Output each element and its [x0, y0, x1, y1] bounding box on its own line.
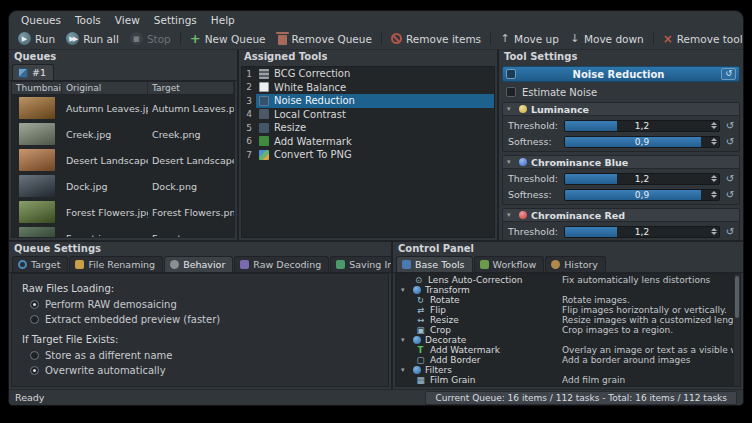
arrow-up-icon: ↑ [500, 32, 510, 45]
collapse-arrow-icon[interactable]: ▾ [507, 211, 515, 219]
softness-slider[interactable]: 0,9 [564, 189, 720, 201]
queue-row[interactable]: Desert Landscape.jpg Desert Landscape.pn… [12, 147, 234, 173]
spin-arrows[interactable] [710, 121, 718, 131]
base-tools-tree: ⊙ Lens Auto-Correction Fix automatically… [395, 273, 741, 387]
radio-button[interactable] [30, 300, 39, 309]
tool-row-add-watermark[interactable]: T Add Watermark Overlay an image or text… [396, 345, 733, 355]
tab-target[interactable]: Target [12, 256, 68, 272]
tool-row-rotate[interactable]: ↻ Rotate Rotate images. [396, 295, 733, 305]
estimate-noise-checkbox[interactable] [506, 87, 516, 97]
queue-row[interactable]: Autumn Leaves.jpg Autumn Leaves.png [12, 95, 234, 121]
tool-row-resize[interactable]: ↔ Resize Resize images with a customized… [396, 315, 733, 325]
tab-file-renaming[interactable]: File Renaming [69, 256, 163, 272]
menu-settings[interactable]: Settings [148, 13, 203, 27]
radio-button[interactable] [30, 366, 39, 375]
tab-saving-images[interactable]: Saving Images [330, 256, 391, 272]
menu-tools[interactable]: Tools [69, 13, 107, 27]
tab-behavior[interactable]: Behavior [164, 256, 233, 272]
menu-view[interactable]: View [109, 13, 146, 27]
queue-row[interactable]: Forest Flowers.jpg Forest Flowers.png [12, 199, 234, 225]
tab-workflow[interactable]: Workflow [474, 256, 545, 272]
option-label: Overwrite automatically [45, 365, 166, 376]
move-up-button[interactable]: ↑ Move up [495, 30, 564, 47]
menu-queues[interactable]: Queues [15, 13, 67, 27]
queue-row[interactable]: Forest.jpg Forest.png [12, 225, 234, 238]
radio-button[interactable] [30, 351, 39, 360]
section-chrominance-red-header[interactable]: ▾ Chrominance Red [503, 209, 739, 222]
assigned-tool-noise-reduction[interactable]: 3 Noise Reduction [242, 94, 494, 108]
tool-desc: Resize images with a customized length. [562, 315, 733, 325]
collapse-arrow-icon[interactable]: ▾ [507, 158, 515, 166]
assigned-tool-resize[interactable]: 5 Resize [242, 121, 494, 135]
collapse-arrow-icon[interactable]: ▾ [507, 105, 515, 113]
queue-row[interactable]: Creek.jpg Creek.png [12, 121, 234, 147]
spin-arrows[interactable] [710, 227, 718, 237]
tab-history[interactable]: History [545, 256, 606, 272]
reset-icon[interactable]: ↺ [724, 173, 736, 185]
resize-icon [259, 123, 269, 133]
tool-group-filters[interactable]: ▾ Filters [396, 365, 733, 375]
tool-group-decorate[interactable]: ▾ Decorate [396, 335, 733, 345]
decorate-group-icon [413, 336, 421, 344]
scrollbar-handle[interactable] [735, 276, 739, 318]
assigned-tool-bcg-correction[interactable]: 1 BCG Correction [242, 67, 494, 81]
target-filename: Creek.png [148, 129, 234, 140]
tool-row-flip[interactable]: ⇄ Flip Flip images horizontally or verti… [396, 305, 733, 315]
column-thumbnail[interactable]: Thumbnail [12, 82, 62, 94]
reset-icon[interactable]: ↺ [724, 226, 736, 238]
queue-tab-1[interactable]: #1 [12, 64, 54, 80]
run-button[interactable]: ▶ Run [13, 30, 60, 47]
spin-arrows[interactable] [710, 137, 718, 147]
vertical-scrollbar[interactable] [733, 274, 740, 386]
menu-help[interactable]: Help [205, 13, 241, 27]
tool-row-lens-auto-correction[interactable]: ⊙ Lens Auto-Correction Fix automatically… [396, 275, 733, 285]
section-chrominance-blue-header[interactable]: ▾ Chrominance Blue [503, 156, 739, 169]
reset-icon[interactable]: ↺ [724, 136, 736, 148]
queue-row[interactable]: Dock.jpg Dock.png [12, 173, 234, 199]
tab-base-tools[interactable]: Base Tools [396, 256, 473, 272]
option-store-different-name[interactable]: Store as a different name [22, 348, 378, 363]
tool-row-crop[interactable]: ▣ Crop Crop images to a region. [396, 325, 733, 335]
collapse-arrow-icon[interactable]: ▾ [401, 366, 409, 374]
spin-arrows[interactable] [710, 190, 718, 200]
run-all-button[interactable]: ▶▶ Run all [61, 30, 124, 47]
estimate-noise-option[interactable]: Estimate Noise [502, 85, 740, 99]
tool-reset-button[interactable]: ↺ [721, 68, 736, 80]
tool-row-film-grain[interactable]: ▦ Film Grain Add film grain [396, 375, 733, 385]
option-perform-raw-demosaicing[interactable]: Perform RAW demosaicing [22, 297, 378, 312]
radio-button[interactable] [30, 315, 39, 324]
option-overwrite-automatically[interactable]: Overwrite automatically [22, 363, 378, 378]
tool-row-add-border[interactable]: ▢ Add Border Add a border around images [396, 355, 733, 365]
new-queue-button[interactable]: + New Queue [185, 29, 271, 48]
threshold-slider[interactable]: 1,2 [564, 226, 720, 238]
assigned-tool-white-balance[interactable]: 2 White Balance [242, 81, 494, 95]
flip-icon: ⇄ [415, 305, 426, 315]
remove-queue-button[interactable]: Remove Queue [272, 31, 377, 47]
spin-arrows[interactable] [710, 174, 718, 184]
column-target[interactable]: Target [148, 82, 234, 94]
stop-button[interactable]: ■ Stop [125, 30, 176, 47]
tab-label: Base Tools [415, 259, 465, 270]
softness-row: Softness: 0,9 ↺ [503, 188, 739, 201]
softness-slider[interactable]: 0,9 [564, 136, 720, 148]
column-original[interactable]: Original [62, 82, 148, 94]
option-all-processor-cores[interactable]: Work on all processor cores [22, 386, 378, 387]
assigned-tool-add-watermark[interactable]: 6 Add Watermark [242, 135, 494, 149]
threshold-slider[interactable]: 1,2 [564, 173, 720, 185]
assigned-tool-convert-to-png[interactable]: 7 Convert To PNG [242, 148, 494, 162]
remove-items-button[interactable]: Remove items [386, 31, 486, 47]
move-down-button[interactable]: ↓ Move down [565, 30, 649, 47]
collapse-arrow-icon[interactable]: ▾ [401, 286, 409, 294]
tool-group-transform[interactable]: ▾ Transform [396, 285, 733, 295]
option-extract-embedded-preview[interactable]: Extract embedded preview (faster) [22, 312, 378, 327]
assigned-tool-local-contrast[interactable]: 4 Local Contrast [242, 108, 494, 122]
reset-icon[interactable]: ↺ [724, 189, 736, 201]
tab-raw-decoding[interactable]: Raw Decoding [234, 256, 329, 272]
target-filename: Forest Flowers.png [148, 207, 234, 218]
threshold-slider[interactable]: 1,2 [564, 120, 720, 132]
remove-tool-button[interactable]: × Remove tool [658, 30, 744, 48]
reset-icon[interactable]: ↺ [724, 120, 736, 132]
section-luminance-header[interactable]: ▾ Luminance [503, 103, 739, 116]
collapse-arrow-icon[interactable]: ▾ [401, 336, 409, 344]
tool-row-color-effects[interactable]: ◐ Color Effects Apply color effects [396, 385, 733, 386]
